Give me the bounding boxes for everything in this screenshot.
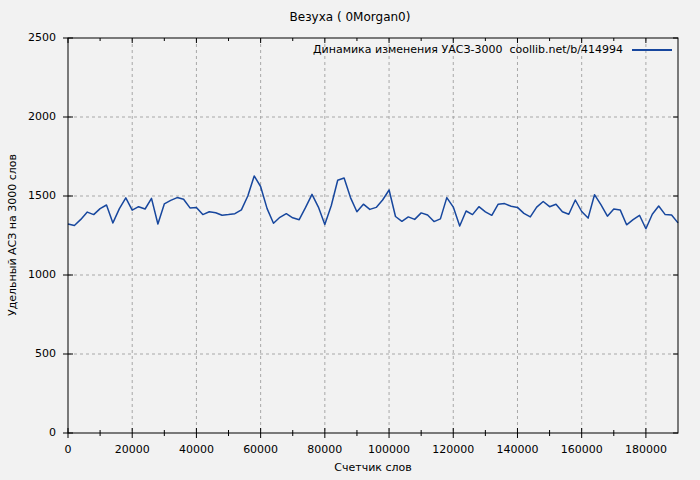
x-tick-label: 160000 bbox=[547, 444, 617, 456]
y-axis-label: Удельный АСЗ на 3000 слов bbox=[6, 35, 20, 435]
x-tick-label: 40000 bbox=[161, 444, 231, 456]
legend-line-sample-icon bbox=[632, 49, 672, 51]
x-tick-label: 80000 bbox=[290, 444, 360, 456]
x-tick-label: 140000 bbox=[482, 444, 552, 456]
y-tick-label: 2000 bbox=[0, 111, 56, 123]
plot-area bbox=[0, 0, 700, 480]
legend-series-label: Динамика изменения УАСЗ-3000 coollib.net… bbox=[313, 43, 623, 56]
y-tick-label: 500 bbox=[0, 348, 56, 360]
series-line bbox=[68, 176, 678, 229]
y-tick-label: 1500 bbox=[0, 190, 56, 202]
x-tick-label: 100000 bbox=[354, 444, 424, 456]
y-tick-label: 1000 bbox=[0, 269, 56, 281]
line-chart: Везуха ( 0Morgan0) Удельный АСЗ на 3000 … bbox=[0, 0, 700, 480]
x-axis-label: Счетчик слов bbox=[68, 461, 678, 474]
x-tick-label: 20000 bbox=[97, 444, 167, 456]
x-tick-label: 120000 bbox=[418, 444, 488, 456]
y-tick-label: 2500 bbox=[0, 32, 56, 44]
y-tick-label: 0 bbox=[0, 427, 56, 439]
x-tick-label: 0 bbox=[33, 444, 103, 456]
chart-title: Везуха ( 0Morgan0) bbox=[0, 10, 700, 24]
legend: Динамика изменения УАСЗ-3000 coollib.net… bbox=[313, 43, 672, 56]
x-tick-label: 180000 bbox=[611, 444, 681, 456]
x-tick-label: 60000 bbox=[226, 444, 296, 456]
